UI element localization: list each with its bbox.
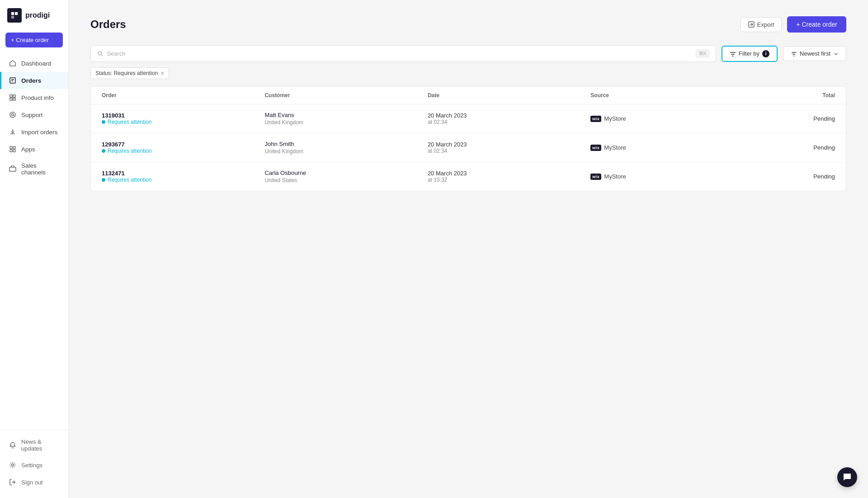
sidebar-item-product-info[interactable]: Product info (0, 89, 68, 106)
chat-button[interactable] (837, 467, 857, 487)
status-filter-tag: Status: Requires attention × (90, 67, 169, 79)
wix-badge-3: wix (590, 174, 601, 180)
total-cell-1: Pending (754, 115, 835, 122)
sort-label: Newest first (800, 50, 830, 57)
filter-button[interactable]: Filter by i (722, 46, 778, 62)
column-header-total: Total (754, 92, 835, 99)
search-shortcut: ⌘K (696, 50, 709, 57)
order-status-2[interactable]: Requires attention (102, 148, 264, 154)
sidebar-item-label-settings: Settings (21, 462, 42, 469)
sidebar-item-orders[interactable]: Orders (0, 72, 68, 89)
order-date-1: 20 March 2023 (428, 112, 590, 119)
table-row: 1319031 Requires attention Matt Evans Un… (91, 104, 846, 133)
customer-country-1: United Kingdom (264, 119, 427, 126)
svg-point-10 (10, 112, 15, 117)
header-actions: Export + Create order (741, 16, 846, 33)
customer-cell-2: John Smith United Kingdom (264, 141, 427, 155)
svg-rect-9 (13, 98, 15, 100)
source-name-1: MyStore (604, 115, 626, 122)
customer-cell-1: Matt Evans United Kingdom (264, 112, 427, 126)
total-cell-2: Pending (754, 144, 835, 151)
filter-tag-label: Status: Requires attention (95, 70, 158, 76)
orders-icon (9, 76, 17, 85)
sidebar-item-label-import-orders: Import orders (21, 129, 57, 136)
svg-rect-7 (13, 95, 15, 97)
nav-section: Dashboard Orders Product info Support (0, 55, 68, 430)
sidebar-item-news-updates[interactable]: News & updates (0, 434, 68, 456)
sidebar: prodigi + Create order Dashboard Orders … (0, 0, 69, 498)
gear-icon (9, 461, 17, 469)
order-id-2: 1293677 (102, 141, 264, 148)
order-cell-2: 1293677 Requires attention (102, 141, 264, 154)
date-cell-2: 20 March 2023 at 02:34 (428, 141, 590, 154)
svg-point-17 (12, 464, 14, 466)
import-icon (9, 128, 17, 136)
sort-button[interactable]: Newest first (783, 46, 846, 61)
svg-rect-12 (10, 146, 12, 149)
filter-tag-remove-button[interactable]: × (160, 70, 164, 76)
svg-point-11 (12, 114, 14, 116)
status-dot-1 (102, 120, 105, 124)
svg-point-19 (98, 52, 102, 55)
sidebar-item-dashboard[interactable]: Dashboard (0, 55, 68, 72)
sidebar-item-label-sales-channels: Sales channels (21, 162, 61, 176)
order-date-3: 20 March 2023 (428, 170, 590, 177)
source-name-3: MyStore (604, 173, 626, 180)
svg-rect-0 (11, 12, 14, 15)
apps-icon (9, 145, 17, 153)
date-cell-1: 20 March 2023 at 02:34 (428, 112, 590, 125)
home-icon (9, 59, 17, 67)
support-icon (9, 111, 17, 119)
column-header-date: Date (428, 92, 590, 99)
order-cell-3: 1132471 Requires attention (102, 170, 264, 183)
svg-rect-14 (10, 150, 12, 152)
filter-tags: Status: Requires attention × (90, 67, 846, 79)
svg-rect-1 (15, 12, 18, 15)
svg-rect-2 (11, 16, 14, 19)
sidebar-item-label-orders: Orders (21, 77, 41, 84)
wix-badge-1: wix (590, 116, 601, 122)
sidebar-item-settings[interactable]: Settings (0, 456, 68, 474)
sidebar-item-support[interactable]: Support (0, 106, 68, 123)
create-order-header-button[interactable]: + Create order (787, 16, 846, 33)
filter-info-icon: i (762, 50, 769, 57)
order-status-3[interactable]: Requires attention (102, 177, 264, 183)
svg-rect-15 (13, 150, 15, 152)
export-button[interactable]: Export (741, 17, 782, 32)
sidebar-create-order-button[interactable]: + Create order (5, 33, 63, 47)
order-time-1: at 02:34 (428, 119, 590, 125)
table-header: Order Customer Date Source Total (91, 87, 846, 104)
svg-rect-8 (10, 98, 12, 100)
search-input[interactable] (107, 50, 692, 57)
source-cell-1: wix MyStore (590, 115, 753, 122)
sidebar-item-apps[interactable]: Apps (0, 141, 68, 158)
table-row: 1132471 Requires attention Carla Osbourn… (91, 162, 846, 191)
main-content: Orders Export + Create order ⌘K Filter b… (69, 0, 868, 498)
order-id-3: 1132471 (102, 170, 264, 177)
svg-rect-3 (10, 78, 15, 83)
sidebar-item-label-apps: Apps (21, 146, 35, 153)
customer-country-3: United States (264, 177, 427, 183)
logo: prodigi (0, 0, 68, 30)
order-time-3: at 13:32 (428, 177, 590, 183)
chevron-down-icon (833, 51, 839, 56)
customer-name-3: Carla Osbourne (264, 169, 427, 176)
sort-icon (791, 51, 797, 57)
logo-text: prodigi (25, 11, 50, 19)
sidebar-item-sales-channels[interactable]: Sales channels (0, 158, 68, 180)
order-cell-1: 1319031 Requires attention (102, 112, 264, 125)
sign-out-icon (9, 478, 17, 486)
sidebar-item-label-support: Support (21, 112, 42, 118)
order-time-2: at 02:34 (428, 148, 590, 154)
sidebar-item-import-orders[interactable]: Import orders (0, 123, 68, 141)
svg-rect-13 (13, 146, 15, 149)
sidebar-item-sign-out[interactable]: Sign out (0, 474, 68, 491)
orders-table: Order Customer Date Source Total 1319031… (90, 86, 846, 191)
source-cell-3: wix MyStore (590, 173, 753, 180)
sidebar-item-label-dashboard: Dashboard (21, 60, 51, 67)
product-icon (9, 94, 17, 102)
customer-cell-3: Carla Osbourne United States (264, 169, 427, 183)
wix-badge-2: wix (590, 145, 601, 151)
order-status-1[interactable]: Requires attention (102, 119, 264, 125)
export-icon (748, 21, 755, 28)
